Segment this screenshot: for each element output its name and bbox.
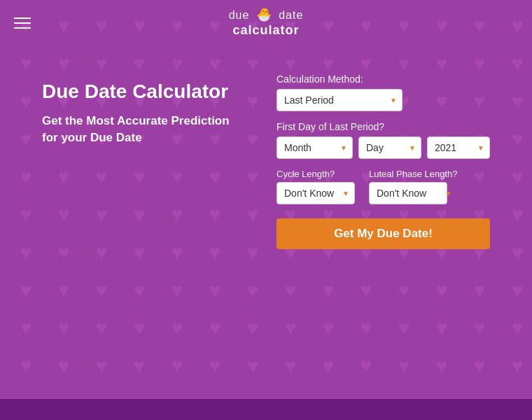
logo-icon: 🐣 [256, 8, 272, 22]
heart-decoration: ♥ [83, 272, 120, 309]
get-due-date-button[interactable]: Get My Due Date! [276, 218, 490, 249]
site-logo: due 🐣 date calculator [229, 8, 304, 38]
cycle-select[interactable]: Don't Know21 days22 days23 days24 days25… [276, 182, 355, 204]
heart-decoration: ♥ [498, 272, 532, 309]
day-select[interactable]: Day 123456789101112131415161718192021222… [358, 136, 421, 159]
heart-decoration: ♥ [158, 309, 196, 347]
cycle-group: Cycle Length? Don't Know21 days22 days23… [276, 169, 355, 204]
date-row: Month JanuaryFebruaryMarchAprilMayJuneJu… [276, 136, 490, 159]
heart-decoration: ♥ [272, 272, 309, 309]
heart-decoration: ♥ [120, 272, 158, 309]
heart-decoration: ♥ [7, 272, 45, 309]
heart-decoration: ♥ [347, 309, 385, 347]
menu-button[interactable] [14, 18, 31, 29]
page-title: Due Date Calculator [42, 80, 248, 103]
period-label: First Day of Last Period? [276, 121, 490, 132]
heart-decoration: ♥ [309, 309, 347, 347]
heart-decoration: ♥ [7, 309, 45, 347]
heart-decoration: ♥ [158, 272, 196, 309]
month-select-wrapper: Month JanuaryFebruaryMarchAprilMayJuneJu… [276, 136, 353, 159]
calculator-panel: Calculation Method: Last PeriodConceptio… [276, 74, 490, 249]
luteal-select-wrapper: Don't Know10 days11 days12 days13 days14… [369, 182, 458, 204]
left-panel: Due Date Calculator Get the Most Accurat… [42, 74, 248, 146]
logo-bottom-text: calculator [232, 23, 299, 38]
method-label: Calculation Method: [276, 74, 490, 85]
heart-decoration: ♥ [423, 272, 461, 309]
heart-decoration: ♥ [309, 272, 347, 309]
heart-decoration: ♥ [45, 347, 83, 385]
footer-bar [0, 399, 532, 420]
heart-decoration: ♥ [385, 347, 423, 385]
method-wrapper: Last PeriodConception DateIVF Transfer D… [276, 89, 490, 111]
heart-decoration: ♥ [120, 347, 158, 385]
luteal-label: Luteal Phase Length? [369, 169, 458, 179]
page-subtitle: Get the Most Accurate Prediction for you… [42, 113, 248, 146]
year-select-wrapper: 20192020202120222023 [427, 136, 490, 159]
heart-decoration: ♥ [385, 272, 423, 309]
year-select[interactable]: 20192020202120222023 [427, 136, 490, 159]
heart-decoration: ♥ [385, 309, 423, 347]
heart-decoration: ♥ [347, 347, 385, 385]
heart-decoration: ♥ [196, 309, 234, 347]
heart-decoration: ♥ [120, 309, 158, 347]
day-select-wrapper: Day 123456789101112131415161718192021222… [358, 136, 421, 159]
heart-decoration: ♥ [83, 347, 120, 385]
cycle-luteal-row: Cycle Length? Don't Know21 days22 days23… [276, 169, 490, 204]
heart-decoration: ♥ [423, 347, 461, 385]
heart-decoration: ♥ [234, 309, 272, 347]
calculation-method-select[interactable]: Last PeriodConception DateIVF Transfer D… [276, 89, 402, 111]
heart-decoration: ♥ [423, 309, 461, 347]
heart-decoration: ♥ [7, 347, 45, 385]
heart-decoration: ♥ [234, 272, 272, 309]
heart-decoration: ♥ [309, 347, 347, 385]
month-select[interactable]: Month JanuaryFebruaryMarchAprilMayJuneJu… [276, 136, 353, 159]
method-select-wrapper: Last PeriodConception DateIVF Transfer D… [276, 89, 402, 111]
heart-decoration: ♥ [196, 347, 234, 385]
heart-decoration: ♥ [461, 347, 498, 385]
heart-decoration: ♥ [45, 309, 83, 347]
heart-decoration: ♥ [498, 347, 532, 385]
cycle-select-wrapper: Don't Know21 days22 days23 days24 days25… [276, 182, 355, 204]
heart-decoration: ♥ [272, 309, 309, 347]
luteal-group: Luteal Phase Length? Don't Know10 days11… [369, 169, 458, 204]
heart-decoration: ♥ [272, 347, 309, 385]
heart-decoration: ♥ [498, 309, 532, 347]
luteal-select[interactable]: Don't Know10 days11 days12 days13 days14… [369, 182, 447, 204]
logo-top-text: due 🐣 date [229, 8, 304, 23]
heart-decoration: ♥ [158, 347, 196, 385]
heart-decoration: ♥ [234, 347, 272, 385]
heart-decoration: ♥ [461, 309, 498, 347]
main-content: Due Date Calculator Get the Most Accurat… [0, 46, 532, 263]
top-navigation: due 🐣 date calculator [0, 0, 532, 46]
heart-decoration: ♥ [461, 272, 498, 309]
heart-decoration: ♥ [83, 309, 120, 347]
heart-decoration: ♥ [347, 272, 385, 309]
heart-decoration: ♥ [196, 272, 234, 309]
cycle-label: Cycle Length? [276, 169, 355, 179]
heart-decoration: ♥ [45, 272, 83, 309]
